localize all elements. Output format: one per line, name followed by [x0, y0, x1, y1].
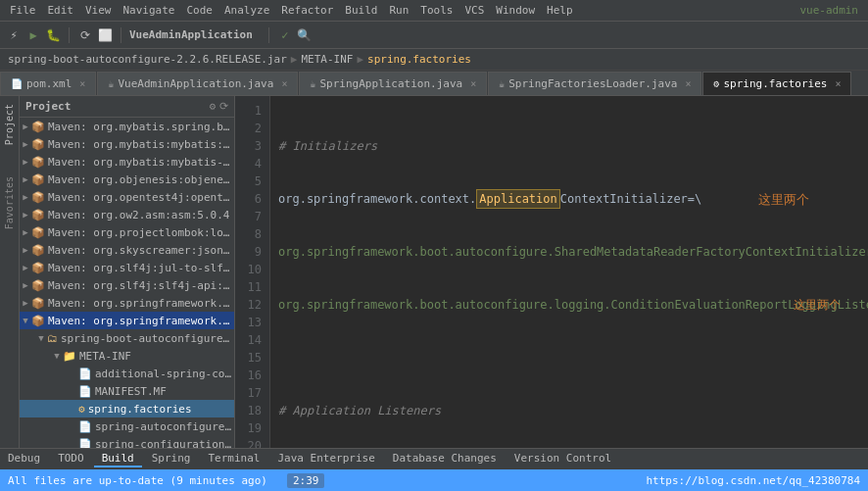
json-icon: 📄	[78, 438, 92, 449]
tab-label-vue: VueAdminApplication.java	[118, 77, 273, 90]
menu-vcs[interactable]: VCS	[458, 4, 490, 17]
tree-label: META-INF	[79, 350, 234, 363]
maven-icon: 📦	[31, 315, 45, 327]
tab-close-loader[interactable]: ×	[685, 78, 691, 89]
tree-label: spring.factories	[88, 403, 234, 416]
menu-refactor[interactable]: Refactor	[275, 4, 339, 17]
menu-window[interactable]: Window	[490, 4, 541, 17]
tab-close-pom[interactable]: ×	[79, 78, 85, 89]
toolbar-separator-3	[268, 27, 269, 43]
toolbar-icon-2[interactable]: ⟳	[77, 27, 93, 43]
tree-label: spring-autoconfigure-metadata.properties	[95, 420, 234, 433]
bottom-tab-terminal[interactable]: Terminal	[201, 451, 268, 467]
tree-label: Maven: org.skyscreamer:jsonassert:1.5.0	[48, 244, 234, 257]
tree-item-spring-boot[interactable]: ▶ 📦 Maven: org.springframework.boot:spri…	[20, 294, 234, 312]
bottom-tab-spring[interactable]: Spring	[144, 451, 199, 467]
breadcrumb-part-2[interactable]: META-INF	[301, 53, 353, 66]
code-content[interactable]: # Initializers org.springframework.conte…	[270, 96, 868, 448]
menu-navigate[interactable]: Navigate	[118, 4, 181, 17]
tree-item-meta-inf[interactable]: ▼ 📁 META-INF	[20, 347, 234, 365]
pkg-ctx: ContextInitializer=\	[560, 190, 702, 208]
tab-spring-factories-loader[interactable]: ☕ SpringFactoriesLoader.java ×	[488, 72, 701, 95]
toolbar-check-btn[interactable]: ✓	[277, 27, 293, 43]
code-editor[interactable]: 1 2 3 4 5 6 7 8 9 10 11 12 13 14 15 16 1…	[235, 96, 868, 448]
properties-icon: 📄	[78, 420, 92, 433]
bottom-tab-build[interactable]: Build	[94, 451, 142, 467]
tab-close-vue[interactable]: ×	[281, 78, 287, 89]
tab-close-spring[interactable]: ×	[470, 78, 476, 89]
maven-icon: 📦	[31, 262, 45, 274]
bottom-tab-java-enterprise[interactable]: Java Enterprise	[269, 451, 382, 467]
arrow	[67, 404, 78, 414]
tree-item-manifest[interactable]: 📄 MANIFEST.MF	[20, 382, 234, 400]
tree-label: additional-spring-configuration-metadata…	[95, 368, 234, 380]
maven-icon: 📦	[31, 244, 45, 257]
cn-annotation: 这里两个	[794, 296, 841, 314]
maven-icon: 📦	[31, 226, 45, 239]
tree-label: Maven: org.slf4j:slf4j-api:1.7.30	[48, 279, 234, 292]
breadcrumb-part-1[interactable]: spring-boot-autoconfigure-2.2.6.RELEASE.…	[8, 53, 287, 66]
toolbar-search-btn[interactable]: 🔍	[297, 27, 313, 43]
menu-code[interactable]: Code	[180, 4, 218, 17]
vert-tab-project[interactable]: Project	[2, 100, 17, 149]
tree-label: Maven: org.projectlombok:lombok:1.18.12	[48, 226, 234, 239]
toolbar-run-btn[interactable]: ▶	[25, 27, 41, 43]
tree-item-jar[interactable]: ▼ 🗂 spring-boot-autoconfigure-2.2.6.RELE…	[20, 329, 234, 347]
menu-edit[interactable]: Edit	[42, 4, 80, 17]
arrow: ▶	[20, 298, 31, 308]
arrow: ▶	[20, 174, 31, 184]
toolbar: ⚡ ▶ 🐛 ⟳ ⬜ VueAdminApplication ✓ 🔍	[0, 22, 868, 49]
tab-spring-app[interactable]: ☕ SpringApplication.java ×	[299, 72, 487, 95]
tree-item-opentest4j[interactable]: ▶ 📦 Maven: org.opentest4j:opentest4j:1.2…	[20, 188, 234, 206]
panel-icon-sync[interactable]: ⟳	[219, 100, 228, 113]
tab-vue-admin[interactable]: ☕ VueAdminApplication.java ×	[97, 72, 298, 95]
maven-icon: 📦	[31, 191, 45, 204]
file-tree[interactable]: ▶ 📦 Maven: org.mybatis.spring.boot:mybat…	[20, 118, 234, 448]
tab-close-factories[interactable]: ×	[835, 78, 841, 89]
menu-file[interactable]: File	[4, 4, 42, 17]
tree-item-spring-config-metadata[interactable]: 📄 spring-configuration-metadata.json	[20, 435, 234, 448]
bottom-tabs: Debug TODO Build Spring Terminal Java En…	[0, 451, 619, 467]
toolbar-icon-1[interactable]: ⚡	[6, 27, 22, 43]
bottom-tab-debug[interactable]: Debug	[0, 451, 48, 467]
menu-tools[interactable]: Tools	[414, 4, 458, 17]
tree-item-autoconfigure-metadata[interactable]: 📄 spring-autoconfigure-metadata.properti…	[20, 417, 234, 435]
tree-item-lombok[interactable]: ▶ 📦 Maven: org.projectlombok:lombok:1.18…	[20, 223, 234, 241]
menu-build[interactable]: Build	[339, 4, 383, 17]
pkg-2: org.springframework.context.	[278, 190, 476, 208]
menu-help[interactable]: Help	[541, 4, 579, 17]
code-line-1: # Initializers	[278, 137, 860, 155]
tree-item-mybatis-starter[interactable]: ▶ 📦 Maven: org.mybatis.spring.boot:mybat…	[20, 118, 234, 135]
tree-item-slf4j-api[interactable]: ▶ 📦 Maven: org.slf4j:slf4j-api:1.7.30	[20, 276, 234, 294]
toolbar-icon-3[interactable]: ⬜	[97, 27, 113, 43]
bottom-tab-version-control[interactable]: Version Control	[506, 451, 619, 467]
menu-analyze[interactable]: Analyze	[218, 4, 275, 17]
tree-item-asm[interactable]: ▶ 📦 Maven: org.ow2.asm:asm:5.0.4	[20, 206, 234, 223]
code-line-6: # Application Listeners	[278, 402, 860, 419]
bottom-tab-todo[interactable]: TODO	[50, 451, 92, 467]
arrow: ▶	[20, 192, 31, 202]
menu-run[interactable]: Run	[383, 4, 414, 17]
tree-item-jul[interactable]: ▶ 📦 Maven: org.slf4j:jul-to-slf4j:1.7.30	[20, 259, 234, 276]
maven-icon: 📦	[31, 297, 45, 310]
tree-item-mybatis-spring[interactable]: ▶ 📦 Maven: org.mybatis:mybatis-spring:2.…	[20, 153, 234, 171]
tab-pom-xml[interactable]: 📄 pom.xml ×	[0, 72, 96, 95]
tab-icon-spring: ☕	[310, 78, 315, 89]
tree-item-additional-config[interactable]: 📄 additional-spring-configuration-metada…	[20, 365, 234, 382]
tree-item-objenesis[interactable]: ▶ 📦 Maven: org.objenesis:objenesis:2.6	[20, 171, 234, 188]
panel-icon-gear[interactable]: ⚙	[209, 100, 216, 113]
tree-label: MANIFEST.MF	[95, 385, 234, 398]
tree-label: spring-configuration-metadata.json	[95, 438, 234, 449]
tree-item-skyscreamer[interactable]: ▶ 📦 Maven: org.skyscreamer:jsonassert:1.…	[20, 241, 234, 259]
bottom-tab-database-changes[interactable]: Database Changes	[385, 451, 505, 467]
tree-item-spring-factories[interactable]: ⚙ spring.factories	[20, 400, 234, 417]
tree-label: Maven: org.opentest4j:opentest4j:1.2.0	[48, 191, 234, 204]
arrow: ▶	[20, 245, 31, 255]
menu-view[interactable]: View	[79, 4, 118, 17]
breadcrumb-part-3[interactable]: spring.factories	[367, 53, 471, 66]
vert-tab-favorites[interactable]: Favorites	[2, 172, 17, 233]
toolbar-debug-btn[interactable]: 🐛	[45, 27, 61, 43]
tab-spring-factories[interactable]: ⚙ spring.factories ×	[702, 72, 851, 95]
tree-item-autoconfigure[interactable]: ▼ 📦 Maven: org.springframework.boot:spri…	[20, 312, 234, 329]
tree-item-mybatis[interactable]: ▶ 📦 Maven: org.mybatis:mybatis:3.5.5	[20, 135, 234, 153]
